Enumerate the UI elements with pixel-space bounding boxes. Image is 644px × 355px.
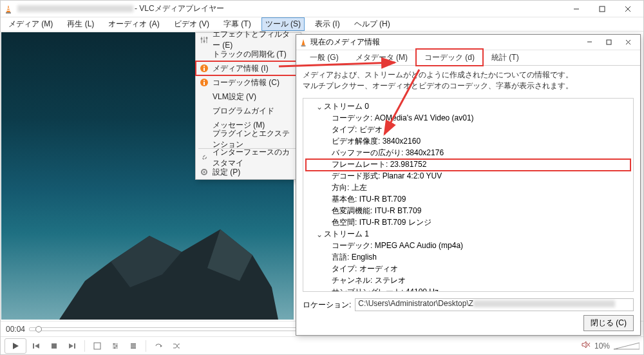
menu-item-program-guide[interactable]: プログラムガイド: [196, 104, 301, 118]
tree-row: 色変調機能: ITU-R BT.709: [306, 206, 630, 217]
menu-video[interactable]: ビデオ (V): [170, 17, 213, 31]
menu-item-effects[interactable]: エフェクトとフィルター (E): [196, 33, 301, 47]
tree-row: コーデック: AOMedia's AV1 Video (av01): [306, 113, 630, 124]
close-button[interactable]: [615, 1, 641, 17]
gear-icon: [199, 167, 209, 177]
main-titlebar: - VLCメディアプレイヤー: [1, 1, 643, 17]
volume-percent: 10%: [594, 341, 610, 350]
chevron-down-icon[interactable]: ⌄: [315, 230, 324, 239]
minimize-button[interactable]: [564, 1, 589, 17]
tab-codec[interactable]: コーデック (d): [416, 49, 483, 66]
tree-row: サンプリングレート: 44100 Hz: [306, 287, 630, 292]
menu-audio[interactable]: オーディオ (A): [104, 17, 163, 31]
play-button[interactable]: [5, 338, 26, 354]
vlc-cone-icon: [299, 38, 308, 47]
stream-0-node[interactable]: ⌄ストリーム 0: [306, 101, 630, 113]
playlist-button[interactable]: [125, 339, 142, 353]
tab-metadata[interactable]: メタデータ (M): [347, 49, 416, 66]
maximize-button[interactable]: [589, 1, 615, 17]
svg-rect-37: [204, 68, 205, 71]
prev-button[interactable]: [28, 339, 44, 353]
dialog-maximize-button[interactable]: [599, 35, 618, 50]
tree-row: バッファーの広がり: 3840x2176: [306, 148, 630, 159]
tree-row: タイプ: オーディオ: [306, 264, 630, 275]
menu-playback[interactable]: 再生 (L): [63, 17, 98, 31]
title-filename-blur: [17, 5, 133, 12]
tree-row: 言語: English: [306, 252, 630, 264]
tree-row: 方向: 上左: [306, 182, 630, 194]
svg-marker-25: [582, 341, 586, 348]
svg-marker-44: [301, 39, 305, 45]
svg-point-43: [204, 171, 205, 173]
dialog-titlebar[interactable]: 現在のメディア情報: [296, 35, 640, 50]
svg-rect-1: [6, 12, 11, 14]
menu-view[interactable]: 表示 (I): [311, 17, 344, 31]
tab-statistics[interactable]: 統計 (T): [483, 49, 527, 66]
media-info-dialog: 現在のメディア情報 一般 (G) メタデータ (M) コーデック (d) 統計 …: [296, 34, 641, 336]
tree-row: デコード形式: Planar 4:2:0 YUV: [306, 171, 630, 182]
codec-description: メディアおよび、ストリームがどのように作成されたかについての情報です。 マルチプ…: [296, 66, 640, 95]
svg-rect-21: [131, 343, 136, 345]
svg-point-19: [116, 345, 118, 347]
tree-row-framerate: フレームレート: 23.981752: [306, 159, 630, 171]
svg-marker-12: [69, 343, 73, 349]
menu-item-customize[interactable]: インターフェースのカスタマイ: [196, 151, 301, 165]
svg-point-33: [201, 38, 203, 40]
dialog-title: 現在のメディア情報: [310, 37, 580, 48]
menubar: メディア (M) 再生 (L) オーディオ (A) ビデオ (V) 字幕 (T)…: [1, 17, 643, 32]
menu-item-track-sync[interactable]: トラックの同期化 (T): [196, 47, 301, 61]
svg-marker-10: [35, 343, 39, 349]
stream-1-node[interactable]: ⌄ストリーム 1: [306, 229, 630, 240]
codec-tree[interactable]: ⌄ストリーム 0 コーデック: AOMedia's AV1 Video (av0…: [303, 98, 634, 292]
svg-rect-23: [131, 347, 136, 349]
location-field[interactable]: C:\Users\Administrator\Desktop\Z: [355, 298, 634, 311]
tree-row: ビデオ解像度: 3840x2160: [306, 136, 630, 148]
shuffle-button[interactable]: [168, 339, 185, 353]
effects-icon: [199, 35, 209, 45]
tree-row: 色空間: ITU-R BT.709 レンジ: [306, 217, 630, 229]
menu-item-media-info[interactable]: メディア情報 (I): [196, 61, 301, 75]
menu-media[interactable]: メディア (M): [5, 17, 57, 31]
svg-marker-24: [160, 345, 162, 347]
tree-row: コーデック: MPEG AAC Audio (mp4a): [306, 240, 630, 252]
volume-slider[interactable]: [614, 341, 639, 350]
menu-item-preferences[interactable]: 設定 (P): [196, 165, 301, 179]
tab-general[interactable]: 一般 (G): [301, 49, 347, 66]
svg-rect-13: [74, 343, 75, 349]
vlc-cone-icon: [3, 4, 14, 14]
svg-rect-14: [94, 343, 100, 349]
extended-settings-button[interactable]: [107, 339, 124, 353]
tools-menu-dropdown: エフェクトとフィルター (E) トラックの同期化 (T) メディア情報 (I) …: [195, 32, 301, 180]
svg-rect-22: [131, 345, 136, 347]
seek-knob[interactable]: [35, 326, 42, 332]
window-title: - VLCメディアプレイヤー: [135, 3, 564, 14]
svg-rect-40: [204, 82, 205, 85]
svg-point-18: [113, 343, 115, 345]
menu-help[interactable]: ヘルプ (H): [350, 17, 394, 31]
loop-button[interactable]: [150, 339, 167, 353]
menu-item-plugins[interactable]: プラグインとエクステンション: [196, 132, 301, 146]
menu-item-codec-info[interactable]: コーデック情報 (C): [196, 75, 301, 90]
svg-marker-8: [13, 343, 19, 349]
menu-item-vlm[interactable]: VLM設定 (V): [196, 90, 301, 104]
svg-rect-5: [600, 6, 605, 12]
tree-row: 基本色: ITU-R BT.709: [306, 194, 630, 206]
dialog-close-btn[interactable]: 閉じる (C): [583, 315, 634, 331]
time-elapsed: 00:04: [6, 325, 25, 334]
wrench-icon: [199, 153, 209, 163]
next-button[interactable]: [64, 339, 80, 353]
dialog-minimize-button[interactable]: [580, 35, 599, 50]
mute-icon[interactable]: [582, 341, 591, 350]
chevron-down-icon[interactable]: ⌄: [315, 102, 324, 111]
fullscreen-button[interactable]: [89, 339, 106, 353]
info-icon: [199, 63, 209, 73]
svg-rect-47: [607, 40, 611, 44]
video-content-rock: [46, 216, 278, 320]
svg-point-34: [204, 41, 205, 43]
svg-rect-11: [52, 343, 57, 349]
tree-row: チャンネル: ステレオ: [306, 275, 630, 287]
dialog-close-button[interactable]: [618, 35, 638, 50]
location-label: ロケーション:: [303, 300, 351, 311]
svg-point-38: [204, 66, 205, 67]
stop-button[interactable]: [46, 339, 62, 353]
